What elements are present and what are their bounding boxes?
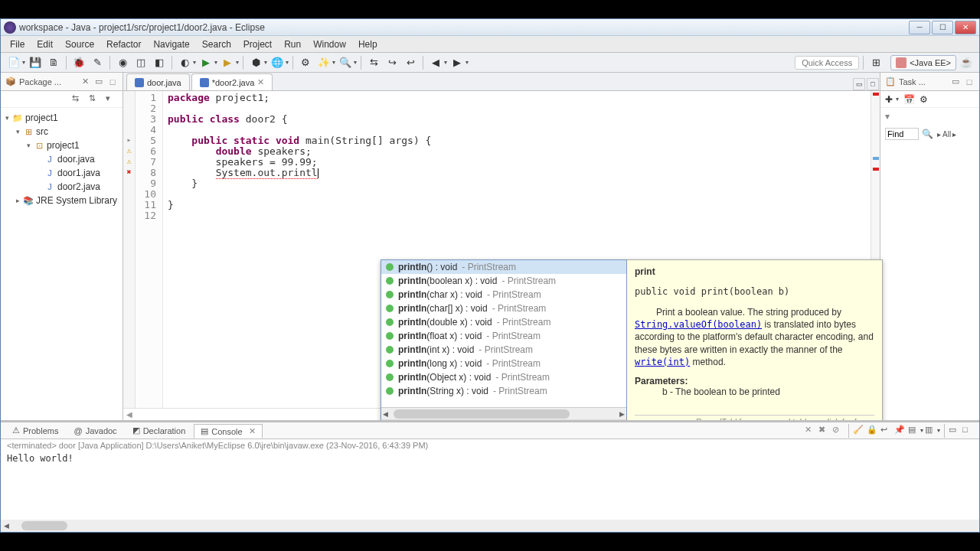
scroll-left-icon[interactable]: ◀: [383, 410, 388, 418]
menu-navigate[interactable]: Navigate: [147, 37, 195, 51]
prev-icon[interactable]: ▸: [937, 130, 941, 139]
autocomplete-item[interactable]: println() : void - PrintStream: [381, 260, 626, 274]
scroll-right-icon[interactable]: ▶: [619, 410, 625, 418]
autocomplete-item[interactable]: println(long x) : void - PrintStream: [381, 357, 626, 370]
edit-button[interactable]: ✎: [89, 54, 106, 71]
autocomplete-item[interactable]: println(boolean x) : void - PrintStream: [381, 274, 626, 288]
close-button[interactable]: ✕: [955, 21, 976, 34]
window-hscroll[interactable]: ◀: [1, 520, 979, 532]
perspective-javaee[interactable]: <Java EE>: [890, 55, 956, 70]
autocomplete-item[interactable]: println(double x) : void - PrintStream: [381, 315, 626, 329]
menu-project[interactable]: Project: [237, 37, 278, 51]
stop-button[interactable]: ◐: [176, 54, 193, 71]
minimize-icon[interactable]: ▭: [949, 425, 961, 437]
open-console-icon[interactable]: ▥: [925, 425, 937, 437]
tree-project[interactable]: ▾📁project1: [2, 111, 121, 125]
globe-icon[interactable]: 🌐: [269, 54, 286, 71]
view-menu-icon[interactable]: ▾: [106, 93, 118, 106]
tree-file-door2[interactable]: Jdoor2.java: [2, 180, 121, 194]
tab-problems[interactable]: ⚠Problems: [5, 423, 65, 438]
menu-help[interactable]: Help: [352, 37, 384, 51]
terminate-icon[interactable]: ⊘: [832, 425, 844, 437]
tree-file-door1[interactable]: Jdoor1.java: [2, 166, 121, 180]
remove-all-icon[interactable]: ✖: [818, 425, 831, 437]
settings-icon[interactable]: ⚙: [920, 94, 928, 105]
pin-icon[interactable]: 📌: [894, 425, 906, 437]
minimize-editor-icon[interactable]: ▭: [853, 78, 865, 90]
maximize-button[interactable]: ☐: [932, 21, 953, 34]
tab-close-icon[interactable]: ✕: [257, 77, 264, 87]
maximize-editor-icon[interactable]: □: [867, 78, 879, 90]
build-button[interactable]: ⚙: [297, 54, 314, 71]
autocomplete-item[interactable]: println(Object x) : void - PrintStream: [381, 370, 626, 384]
quick-access[interactable]: Quick Access: [795, 56, 859, 70]
back-button[interactable]: ◀: [427, 54, 444, 71]
next-annotation-icon[interactable]: ↪: [384, 54, 400, 71]
maximize-icon[interactable]: □: [107, 77, 118, 87]
scroll-thumb[interactable]: [21, 521, 67, 530]
doc-link-valueof[interactable]: String.valueOf(boolean): [635, 319, 762, 330]
autocomplete-item[interactable]: println(char[] x) : void - PrintStream: [381, 302, 626, 315]
link-editor-icon[interactable]: ⇅: [89, 93, 101, 106]
autocomplete-scrollbar[interactable]: ◀ ▶: [381, 407, 626, 419]
tree-package[interactable]: ▾⊡project1: [2, 139, 121, 152]
new-button[interactable]: 📄: [5, 54, 22, 71]
perspective-java-icon[interactable]: ☕: [958, 54, 975, 71]
panel-close-icon[interactable]: ✕: [80, 77, 90, 87]
menu-file[interactable]: File: [4, 37, 31, 51]
tab-door2-java[interactable]: *door2.java ✕: [191, 73, 273, 90]
minimize-icon[interactable]: ▭: [93, 77, 104, 87]
word-wrap-icon[interactable]: ↩: [880, 425, 893, 437]
tree-file-door[interactable]: Jdoor.java: [2, 152, 121, 166]
tab-close-icon[interactable]: ✕: [249, 426, 256, 436]
autocomplete-item[interactable]: println(String x) : void - PrintStream: [381, 384, 626, 398]
maximize-icon[interactable]: □: [962, 425, 975, 437]
tree-src[interactable]: ▾⊞src: [2, 125, 121, 139]
forward-button[interactable]: ▶: [449, 54, 466, 71]
autocomplete-item[interactable]: println(float x) : void - PrintStream: [381, 329, 626, 343]
menu-run[interactable]: Run: [278, 37, 307, 51]
save-button[interactable]: 💾: [27, 54, 44, 71]
scroll-lock-icon[interactable]: 🔒: [867, 425, 879, 437]
new-package-icon[interactable]: ◫: [132, 54, 149, 71]
autocomplete-item[interactable]: println(char x) : void - PrintStream: [381, 288, 626, 302]
maximize-icon[interactable]: □: [964, 77, 975, 87]
menu-refactor[interactable]: Refactor: [100, 37, 147, 51]
tree-jre-library[interactable]: ▸📚JRE System Library: [2, 194, 121, 207]
doc-link-write[interactable]: write(int): [635, 357, 690, 367]
tab-door-java[interactable]: door.java: [126, 73, 190, 90]
tab-javadoc[interactable]: @Javadoc: [67, 424, 123, 438]
save-all-button[interactable]: 🗎: [45, 54, 62, 71]
remove-launch-icon[interactable]: ✕: [805, 425, 817, 437]
find-input[interactable]: [885, 128, 919, 140]
search-icon[interactable]: 🔍: [922, 129, 933, 139]
new-task-icon[interactable]: ✚: [885, 94, 893, 105]
minimize-button[interactable]: ─: [909, 21, 930, 34]
wand-icon[interactable]: ✨: [315, 54, 332, 71]
run-button[interactable]: ▶: [198, 54, 214, 71]
scroll-thumb[interactable]: [394, 409, 570, 419]
display-icon[interactable]: ▤: [908, 425, 920, 437]
scroll-left-icon[interactable]: ◀: [4, 522, 9, 530]
minimize-icon[interactable]: ▭: [950, 77, 961, 87]
menu-edit[interactable]: Edit: [31, 37, 59, 51]
menu-search[interactable]: Search: [196, 37, 237, 51]
search-icon[interactable]: 🔍: [337, 54, 354, 71]
debug-button[interactable]: 🐞: [70, 54, 87, 71]
menu-window[interactable]: Window: [307, 37, 352, 51]
prev-annotation-icon[interactable]: ↩: [402, 54, 419, 71]
tab-declaration[interactable]: ◩Declaration: [126, 423, 193, 438]
new-class-icon[interactable]: ◉: [114, 54, 131, 71]
collapse-all-icon[interactable]: ⇆: [72, 93, 84, 106]
open-type-icon[interactable]: ◧: [151, 54, 168, 71]
clear-icon[interactable]: 🧹: [853, 425, 865, 437]
autocomplete-item[interactable]: println(int x) : void - PrintStream: [381, 343, 626, 357]
menu-source[interactable]: Source: [59, 37, 100, 51]
deploy-button[interactable]: ⬢: [247, 54, 264, 71]
calendar-icon[interactable]: 📅: [903, 94, 915, 105]
open-perspective-button[interactable]: ⊞: [867, 54, 884, 71]
chevron-down-icon[interactable]: ▾: [885, 111, 890, 122]
scroll-left-icon[interactable]: ◀: [126, 410, 132, 419]
next-icon[interactable]: ▸: [952, 130, 956, 139]
tab-console[interactable]: ▤Console✕: [194, 424, 262, 439]
